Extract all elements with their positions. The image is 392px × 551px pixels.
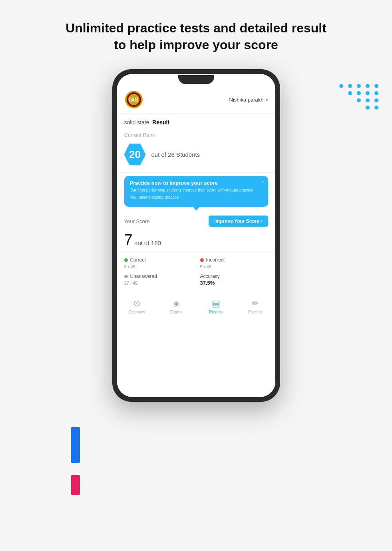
- phone-notch: [117, 74, 275, 85]
- accuracy-value: 37.5%: [200, 280, 268, 286]
- correct-value: 3 / 45: [124, 264, 192, 270]
- stat-incorrect: Incorrect 5 / 45: [200, 257, 268, 270]
- chevron-down-icon: ∨: [265, 98, 268, 102]
- correct-dot: [124, 258, 128, 262]
- page-content: Unlimited practice tests and detailed re…: [0, 0, 392, 402]
- svg-text:IAS: IAS: [129, 96, 138, 103]
- popup-sub2: You haven't started practice: [130, 195, 263, 200]
- unanswered-label: Unanswered: [130, 274, 157, 279]
- results-icon: ▤: [212, 298, 220, 309]
- popup-title: Practice now to improve your score: [130, 180, 263, 186]
- practice-icon: ✏: [252, 298, 259, 309]
- nav-practice[interactable]: ✏ Practice: [236, 298, 275, 314]
- nav-exams[interactable]: ◈ Exams: [157, 298, 196, 314]
- user-name: Nishika parakh: [229, 97, 264, 103]
- phone-mockup: IAS Nishika parakh ∨ solid state Result: [112, 69, 280, 402]
- incorrect-label: Incorrect: [206, 257, 225, 263]
- app-header: IAS Nishika parakh ∨: [117, 85, 275, 114]
- nav-exams-label: Exams: [170, 310, 183, 314]
- nav-results[interactable]: ▤ Results: [196, 298, 236, 314]
- score-main: 7 out of 180: [117, 228, 275, 252]
- popup-notification: × Practice now to improve your score Our…: [124, 176, 268, 207]
- your-score-label: Your Score: [124, 218, 150, 224]
- improve-score-button[interactable]: Improve Your Score ›: [209, 216, 268, 227]
- phone-outer-frame: IAS Nishika parakh ∨ solid state Result: [112, 69, 280, 402]
- stats-grid: Correct 3 / 45 Incorrect: [117, 252, 275, 291]
- overview-icon: ⊙: [133, 298, 140, 309]
- incorrect-dot: [200, 258, 204, 262]
- accuracy-label: Accuracy: [200, 274, 220, 279]
- header-user[interactable]: Nishika parakh ∨: [229, 97, 268, 103]
- popup-close-button[interactable]: ×: [261, 179, 264, 184]
- stat-unanswered: Unanswered 37 / 45: [124, 274, 192, 286]
- blue-decoration-block: [71, 427, 80, 463]
- pink-decoration-block: [71, 475, 80, 495]
- section-title-bold: Result: [152, 119, 169, 126]
- rank-label: Current Rank: [124, 132, 268, 138]
- unanswered-dot: [124, 275, 128, 278]
- unanswered-value: 37 / 45: [124, 280, 192, 286]
- notch-cutout: [178, 75, 214, 84]
- nav-overview-label: Overview: [128, 310, 145, 314]
- headline-line2: to help improve your score: [114, 38, 278, 52]
- stat-accuracy: Accuracy 37.5%: [200, 274, 268, 286]
- page-headline: Unlimited practice tests and detailed re…: [66, 20, 326, 53]
- section-title: solid state Result: [117, 114, 275, 129]
- phone-inner: IAS Nishika parakh ∨ solid state Result: [117, 74, 275, 397]
- correct-label: Correct: [130, 257, 146, 263]
- rank-section: Current Rank 20 out of 26 Students: [117, 129, 275, 173]
- bottom-nav: ⊙ Overview ◈ Exams ▤ Results ✏: [117, 294, 275, 321]
- section-title-plain: solid state: [124, 119, 149, 126]
- app-logo: IAS: [124, 90, 143, 109]
- rank-out-of: out of 26 Students: [151, 151, 200, 158]
- nav-results-label: Results: [209, 310, 222, 314]
- rank-badge: 20: [124, 144, 146, 165]
- rank-value-row: 20 out of 26 Students: [124, 144, 268, 165]
- incorrect-value: 5 / 45: [200, 264, 268, 270]
- nav-practice-label: Practice: [248, 310, 263, 314]
- nav-overview[interactable]: ⊙ Overview: [117, 298, 157, 314]
- score-out-of: out of 180: [134, 240, 161, 246]
- score-number: 7: [124, 232, 133, 248]
- popup-arrow: [192, 206, 200, 211]
- popup-subtitle: Our high performing students improve the…: [130, 188, 263, 193]
- exams-icon: ◈: [173, 298, 180, 309]
- app-screen: IAS Nishika parakh ∨ solid state Result: [117, 85, 275, 397]
- headline-line1: Unlimited practice tests and detailed re…: [66, 21, 326, 35]
- stat-correct: Correct 3 / 45: [124, 257, 192, 270]
